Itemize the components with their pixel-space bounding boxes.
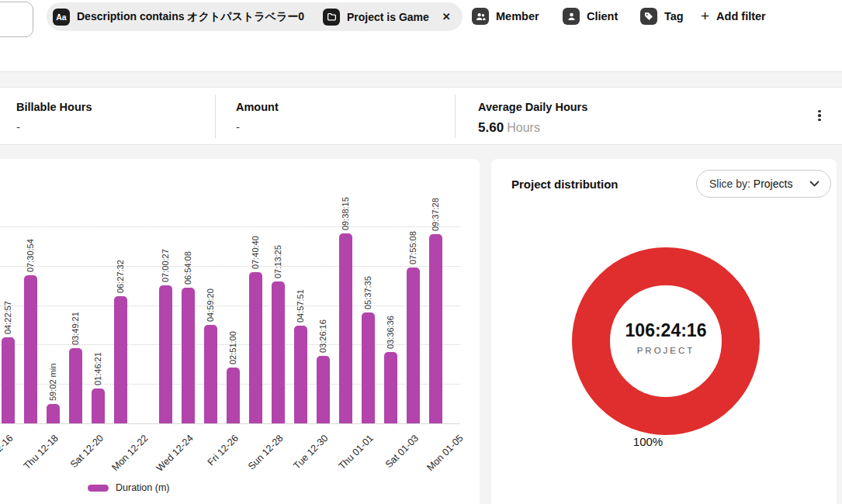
duration-bar-chart-card: 04:22:57Tue 12-1607:30:5459:02 minThu 12… (0, 159, 480, 504)
summary-amount: Amount - (236, 88, 279, 133)
summary-value: 5.60 Hours (478, 120, 587, 136)
slice-by-prefix: Slice by: (709, 178, 750, 190)
x-tick-label: Sat 01-03 (383, 433, 421, 470)
bar-value-label: 03:49:21 (71, 312, 80, 345)
bar-Tue 12-16[interactable] (2, 337, 15, 423)
bar-Wed 12-31[interactable] (339, 233, 352, 423)
avg-daily-unit: Hours (507, 121, 540, 134)
bar-Wed 12-24[interactable] (182, 288, 195, 423)
bar-Sun 12-28[interactable] (272, 281, 285, 423)
bar-Sat 01-03[interactable] (407, 268, 420, 423)
gridline (0, 306, 460, 306)
bar-value-label: 09:37:28 (431, 198, 440, 231)
divider (215, 95, 216, 138)
filter-button-member[interactable]: Member (472, 8, 539, 25)
bar-value-label: 04:22:57 (3, 301, 12, 334)
donut-center-text: 106:24:16 PROJECT (588, 320, 743, 355)
legend-label: Duration (m) (116, 482, 169, 493)
client-icon (563, 8, 580, 25)
donut-total-value: 106:24:16 (588, 320, 743, 340)
x-tick-label: Mon 01-05 (425, 433, 466, 473)
summary-billable-hours: Billable Hours - (16, 88, 92, 133)
summary-strip: Billable Hours - Amount - Average Daily … (0, 88, 842, 145)
project-folder-icon (323, 9, 340, 26)
bar-value-label: 07:30:54 (26, 239, 35, 272)
slice-by-dropdown[interactable]: Slice by: Projects (696, 170, 831, 198)
bar-Sat 12-20[interactable] (92, 388, 105, 423)
card-title: Project distribution (511, 178, 619, 191)
bar-Wed 12-17[interactable] (24, 275, 37, 423)
chevron-down-icon (809, 181, 819, 188)
filter-chip-project[interactable]: Project is Game ✕ (317, 2, 463, 31)
bar-Thu 12-18[interactable] (47, 404, 60, 423)
kebab-menu-icon[interactable] (813, 106, 826, 125)
bar-value-label: 04:59:20 (206, 288, 215, 322)
slice-by-text: Slice by: Projects (709, 178, 792, 190)
bar-Sat 12-27[interactable] (249, 272, 262, 423)
tag-icon (640, 8, 657, 25)
bar-value-label: 06:27:32 (116, 260, 125, 293)
x-tick-label: Mon 12-22 (110, 433, 151, 473)
bar-Thu 12-25[interactable] (204, 325, 217, 423)
bar-value-label: 06:54:08 (183, 251, 192, 285)
summary-title: Average Daily Hours (478, 101, 587, 113)
bar-value-label: 03:26:16 (318, 319, 327, 353)
summary-value: - (16, 120, 92, 133)
donut-center-label: PROJECT (588, 346, 743, 355)
filter-chip-label: Description contains オクトパストラベラー0 (77, 10, 304, 24)
slice-percent-label: 100% (623, 435, 673, 448)
bar-Sun 01-04[interactable] (429, 234, 442, 423)
summary-title: Billable Hours (16, 101, 92, 113)
bar-value-label: 04:57:51 (296, 289, 305, 323)
x-tick-label: Tue 12-30 (292, 433, 331, 471)
filter-chip-description[interactable]: Aa Description contains オクトパストラベラー0 ✕ (47, 2, 338, 31)
bar-value-label: 07:13:25 (273, 245, 282, 278)
bar-Thu 01-01[interactable] (362, 312, 375, 423)
bar-value-label: 05:37:35 (363, 276, 372, 309)
filter-button-label: Client (587, 10, 618, 22)
x-tick-label: Thu 12-18 (22, 433, 61, 471)
filter-toolbar: Aa Description contains オクトパストラベラー0 ✕ Pr… (0, 0, 842, 71)
bar-Fri 01-02[interactable] (384, 352, 397, 423)
slice-by-value: Projects (754, 178, 793, 190)
chart-legend[interactable]: Duration (m) (88, 482, 169, 493)
bar-Fri 12-19[interactable] (69, 348, 82, 423)
x-tick-label: Tue 12-16 (0, 433, 16, 471)
bar-Mon 12-29[interactable] (294, 326, 307, 423)
bar-value-label: 03:36:36 (386, 316, 395, 349)
bar-value-label: 01:46:21 (93, 352, 102, 385)
bar-Tue 12-23[interactable] (159, 285, 172, 423)
summary-avg-daily-hours: Average Daily Hours 5.60 Hours (478, 88, 587, 136)
bar-Tue 12-30[interactable] (317, 356, 330, 423)
bar-value-label: 09:38:15 (341, 197, 350, 230)
bar-Fri 12-26[interactable] (227, 368, 240, 423)
legend-swatch (88, 485, 109, 492)
add-filter-label: Add filter (716, 10, 766, 22)
bar-value-label: 07:00:27 (161, 249, 170, 282)
add-filter-button[interactable]: + Add filter (701, 8, 766, 25)
filter-button-tag[interactable]: Tag (640, 8, 684, 25)
bar-value-label: 59:02 min (48, 364, 57, 401)
bar-Sun 12-21[interactable] (114, 296, 127, 423)
bar-value-label: 02:51:00 (228, 331, 237, 364)
x-tick-label: Sat 12-20 (68, 433, 106, 470)
text-format-icon: Aa (53, 9, 70, 26)
plus-icon: + (701, 9, 709, 24)
cut-off-control[interactable] (0, 2, 33, 37)
divider (455, 95, 456, 138)
summary-value: - (236, 120, 279, 133)
filter-chip-label: Project is Game (347, 11, 429, 23)
filter-button-client[interactable]: Client (563, 8, 618, 25)
x-tick-label: Wed 12-24 (154, 433, 196, 474)
bar-chart-plot: 04:22:57Tue 12-1607:30:5459:02 minThu 12… (0, 159, 480, 504)
summary-title: Amount (236, 101, 279, 113)
gridline (0, 266, 460, 267)
header-divider-band (0, 71, 842, 88)
x-tick-label: Thu 01-01 (337, 433, 376, 471)
project-distribution-card: Project distribution Slice by: Projects … (491, 159, 837, 504)
x-tick-label: Sun 12-28 (246, 433, 286, 472)
x-tick-label: Fri 12-26 (206, 433, 241, 468)
x-axis-line (0, 423, 460, 424)
close-icon[interactable]: ✕ (442, 11, 451, 22)
bar-value-label: 07:40:40 (251, 236, 260, 269)
